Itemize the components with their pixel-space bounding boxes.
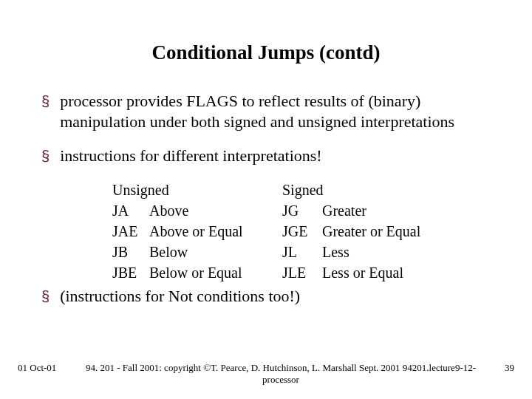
mnemonic: JA <box>112 200 146 221</box>
bullet-icon: § <box>41 146 50 166</box>
unsigned-column: Unsigned JA Above JAE Above or Equal JB … <box>112 180 265 283</box>
mnemonic: JGE <box>282 221 316 242</box>
mnemonic: JAE <box>112 221 146 242</box>
bullet-icon: § <box>41 91 50 112</box>
meaning: Greater <box>316 200 434 221</box>
table-row: JL Less <box>282 242 434 262</box>
footer-copyright: 94. 201 - Fall 2001: copyright ©T. Pearc… <box>66 362 495 386</box>
table-row: JA Above <box>112 200 265 221</box>
slide-title: Conditional Jumps (contd) <box>0 41 532 64</box>
meaning: Less <box>316 242 434 262</box>
slide-footer: 01 Oct-01 94. 201 - Fall 2001: copyright… <box>0 362 532 386</box>
table-row: JLE Less or Equal <box>282 262 434 283</box>
meaning: Above <box>146 200 265 221</box>
meaning: Less or Equal <box>316 262 434 283</box>
bullet-text: (instructions for Not conditions too!) <box>60 286 300 307</box>
signed-column: Signed JG Greater JGE Greater or Equal J… <box>282 180 434 283</box>
signed-header: Signed <box>282 180 434 200</box>
table-row: JBE Below or Equal <box>112 262 265 283</box>
bullet-item: § (instructions for Not conditions too!) <box>41 286 502 307</box>
mnemonic: JB <box>112 242 146 262</box>
mnemonic: JG <box>282 200 316 221</box>
unsigned-header: Unsigned <box>112 180 265 200</box>
meaning: Greater or Equal <box>316 221 434 242</box>
table-row: JGE Greater or Equal <box>282 221 434 242</box>
bullet-text: processor provides FLAGS to reflect resu… <box>60 91 502 132</box>
table-row: JG Greater <box>282 200 434 221</box>
mnemonic: JL <box>282 242 316 262</box>
mnemonic: JBE <box>112 262 146 283</box>
bullet-icon: § <box>41 286 50 307</box>
bullet-text: instructions for different interpretatio… <box>60 146 322 166</box>
instruction-table: Unsigned JA Above JAE Above or Equal JB … <box>112 180 502 283</box>
bullet-item: § processor provides FLAGS to reflect re… <box>41 91 502 132</box>
meaning: Below or Equal <box>146 262 265 283</box>
slide-body: § processor provides FLAGS to reflect re… <box>41 91 502 307</box>
table-row: JAE Above or Equal <box>112 221 265 242</box>
meaning: Above or Equal <box>146 221 265 242</box>
meaning: Below <box>146 242 265 262</box>
footer-date: 01 Oct-01 <box>0 362 66 374</box>
mnemonic: JLE <box>282 262 316 283</box>
table-row: JB Below <box>112 242 265 262</box>
bullet-item: § instructions for different interpretat… <box>41 146 502 166</box>
footer-page-number: 39 <box>495 362 532 374</box>
